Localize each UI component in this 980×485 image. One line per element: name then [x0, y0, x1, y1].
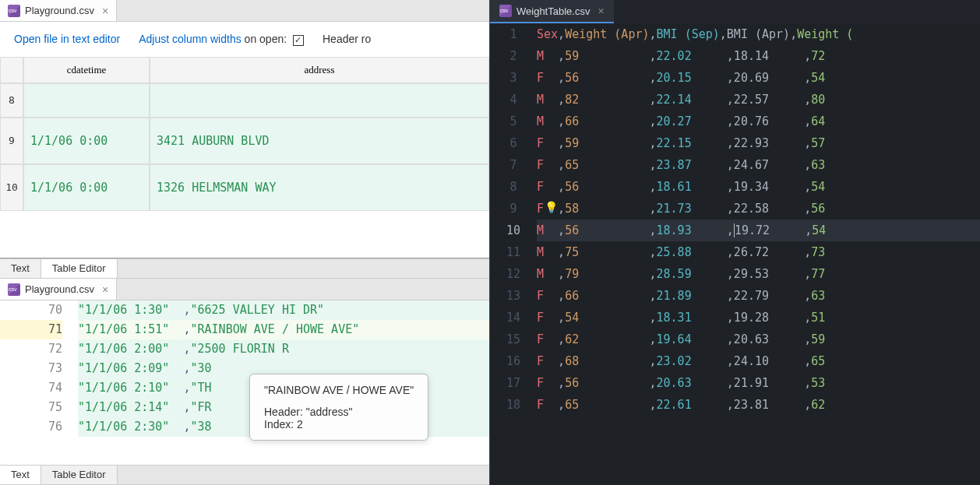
data-grid: cdatetime address 8 9 1/1/06 0:00 3421 A…: [0, 57, 489, 211]
on-open-label: on open:: [245, 33, 287, 45]
tab-label: Playground.csv: [25, 283, 94, 295]
code-line: F ,56 ,20.15 ,20.69 ,54: [537, 67, 980, 89]
dark-lines: 💡 Sex,Weight (Apr),BMI (Sep),BMI (Apr),W…: [537, 23, 980, 485]
dark-editor[interactable]: 123456789101112131415161718 💡 Sex,Weight…: [490, 23, 980, 485]
cell[interactable]: 1/1/06 0:00: [23, 164, 150, 211]
tab-weighttable[interactable]: WeightTable.csv ×: [490, 0, 614, 23]
line-number: 1: [490, 23, 537, 45]
code-line: M ,59 ,22.02 ,18.14 ,72: [537, 45, 980, 67]
tab-bar-lower: Playground.csv ×: [0, 279, 489, 300]
tooltip-value: "RAINBOW AVE / HOWE AVE": [264, 384, 414, 396]
code-line: F ,56 ,18.61 ,19.34 ,54: [537, 176, 980, 198]
corner-header: [0, 57, 23, 83]
column-header-cdatetime[interactable]: cdatetime: [23, 57, 150, 83]
line-number: 10: [490, 220, 537, 241]
cell[interactable]: 1326 HELMSMAN WAY: [150, 164, 489, 211]
line-number: 76: [0, 417, 62, 437]
tab-text[interactable]: Text: [0, 466, 41, 484]
left-panel: Playground.csv × Open file in text edito…: [0, 0, 490, 485]
line-number: 18: [490, 394, 537, 416]
hover-tooltip: "RAINBOW AVE / HOWE AVE" Header: "addres…: [249, 374, 428, 441]
line-number: 9: [490, 198, 537, 220]
tab-playground-lower[interactable]: Playground.csv ×: [0, 279, 117, 300]
code-line: M ,75 ,25.88 ,26.72 ,73: [537, 241, 980, 263]
line-number: 75: [0, 398, 62, 417]
tab-label: WeightTable.csv: [516, 5, 590, 17]
line-number: 71: [0, 320, 62, 339]
code-line: F ,65 ,22.61 ,23.81 ,62: [537, 394, 980, 416]
close-icon[interactable]: ×: [102, 5, 108, 17]
line-number: 12: [490, 263, 537, 285]
lightbulb-icon[interactable]: 💡: [545, 201, 558, 213]
tooltip-index: Index: 2: [264, 418, 414, 431]
code-line: F ,54 ,18.31 ,19.28 ,51: [537, 307, 980, 329]
view-tabs-lower: Text Table Editor: [0, 465, 489, 485]
line-number: 6: [490, 132, 537, 154]
dark-tab-bar: WeightTable.csv ×: [490, 0, 980, 23]
close-icon[interactable]: ×: [102, 283, 108, 296]
tooltip-header: Header: "address": [264, 406, 414, 418]
line-number: 13: [490, 285, 537, 307]
row-number[interactable]: 8: [0, 83, 23, 118]
code-line: F ,59 ,22.15 ,22.93 ,57: [537, 132, 980, 154]
code-line: M ,66 ,20.27 ,20.76 ,64: [537, 111, 980, 132]
line-number: 72: [0, 339, 62, 359]
code-line: F ,68 ,23.02 ,24.10 ,65: [537, 350, 980, 372]
code-line: "1/1/06 1:51" ,"RAINBOW AVE / HOWE AVE": [78, 320, 489, 339]
table-editor-pane: Playground.csv × Open file in text edito…: [0, 0, 489, 258]
csv-icon: [8, 283, 20, 296]
line-number: 16: [490, 350, 537, 372]
code-line: F ,66 ,21.89 ,22.79 ,63: [537, 285, 980, 307]
line-number: 2: [490, 45, 537, 67]
column-header-address[interactable]: address: [150, 57, 489, 83]
tab-text[interactable]: Text: [0, 259, 41, 278]
line-number: 70: [0, 300, 62, 320]
code-line: F ,65 ,23.87 ,24.67 ,63: [537, 154, 980, 176]
code-line: F ,56 ,20.63 ,21.91 ,53: [537, 372, 980, 394]
adjust-column-widths-link[interactable]: Adjust column widths: [139, 33, 241, 45]
row-number[interactable]: 9: [0, 118, 23, 164]
code-line: "1/1/06 2:00" ,"2500 FLORIN R: [78, 339, 489, 359]
cell[interactable]: [150, 83, 489, 118]
dark-gutter: 123456789101112131415161718: [490, 23, 537, 485]
line-number: 15: [490, 329, 537, 350]
right-panel: WeightTable.csv × 1234567891011121314151…: [490, 0, 980, 485]
line-number: 11: [490, 241, 537, 263]
csv-icon: [499, 5, 512, 17]
line-number: 3: [490, 67, 537, 89]
tab-table-editor[interactable]: Table Editor: [41, 466, 118, 484]
csv-icon: [8, 5, 20, 17]
code-line: M ,82 ,22.14 ,22.57 ,80: [537, 89, 980, 111]
toolbar: Open file in text editor Adjust column w…: [0, 22, 489, 57]
tab-playground[interactable]: Playground.csv ×: [0, 0, 117, 21]
row-number[interactable]: 10: [0, 164, 23, 211]
cell[interactable]: [23, 83, 150, 118]
cell[interactable]: 3421 AUBURN BLVD: [150, 118, 489, 164]
line-number: 17: [490, 372, 537, 394]
line-number: 7: [490, 154, 537, 176]
code-line: "1/1/06 1:30" ,"6625 VALLEY HI DR": [78, 300, 489, 320]
code-line: M ,79 ,28.59 ,29.53 ,77: [537, 263, 980, 285]
line-number: 4: [490, 89, 537, 111]
line-number: 14: [490, 307, 537, 329]
tab-bar: Playground.csv ×: [0, 0, 489, 22]
code-line: M ,56 ,18.93 ,19.72 ,54: [537, 220, 980, 241]
view-tabs-upper: Text Table Editor: [0, 258, 489, 279]
tab-table-editor[interactable]: Table Editor: [41, 259, 118, 278]
header-row-label: Header ro: [323, 33, 371, 45]
code-line: F ,62 ,19.64 ,20.63 ,59: [537, 329, 980, 350]
open-in-text-editor-link[interactable]: Open file in text editor: [14, 33, 120, 45]
line-number: 5: [490, 111, 537, 132]
tab-label: Playground.csv: [25, 5, 94, 16]
gutter: 70 71 72 73 74 75 76: [0, 300, 78, 465]
line-number: 8: [490, 176, 537, 198]
cell[interactable]: 1/1/06 0:00: [23, 118, 150, 164]
code-line: Sex,Weight (Apr),BMI (Sep),BMI (Apr),Wei…: [537, 23, 980, 45]
close-icon[interactable]: ×: [598, 5, 604, 17]
on-open-checkbox[interactable]: ✓: [293, 35, 304, 46]
line-number: 74: [0, 378, 62, 398]
code-line: F ,58 ,21.73 ,22.58 ,56: [537, 198, 980, 220]
line-number: 73: [0, 359, 62, 378]
